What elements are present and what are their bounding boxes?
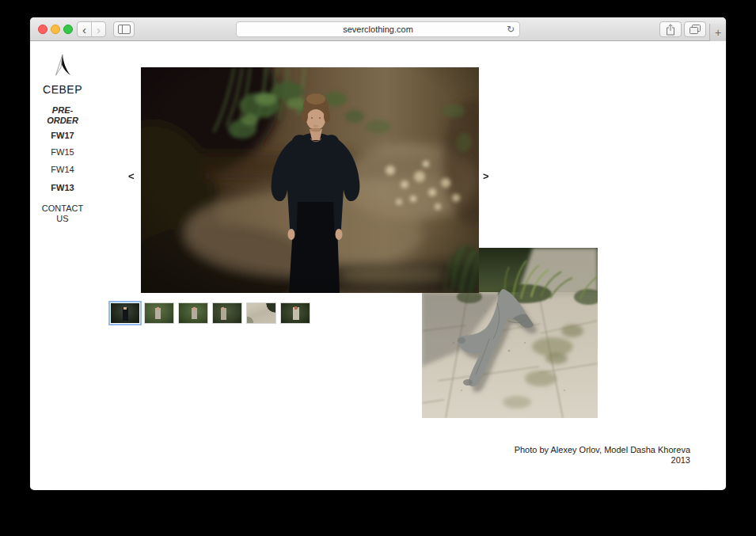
- gallery-prev-button[interactable]: <: [128, 170, 135, 182]
- page-content: СЕВЕР PRE-ORDER FW17 FW15 FW14 FW13 CONT…: [30, 41, 726, 489]
- brand-name[interactable]: СЕВЕР: [40, 83, 85, 96]
- reload-button[interactable]: ↻: [507, 24, 515, 35]
- show-all-tabs-button[interactable]: [684, 21, 706, 37]
- thumbnail-4[interactable]: [212, 302, 242, 324]
- nav-item-preorder[interactable]: PRE-ORDER: [40, 105, 85, 126]
- desktop-background: ‹ › severclothing.com ↻: [0, 0, 756, 536]
- nav-item-fw15[interactable]: FW15: [40, 147, 85, 158]
- thumbnail-2[interactable]: [144, 302, 174, 324]
- gallery-next-button[interactable]: >: [483, 170, 489, 182]
- browser-window: ‹ › severclothing.com ↻: [30, 17, 726, 490]
- url-text: severclothing.com: [343, 25, 413, 34]
- share-icon: [666, 24, 675, 36]
- photo-credit: Photo by Alexey Orlov, Model Dasha Khore…: [515, 445, 690, 455]
- minimize-window-button[interactable]: [51, 25, 60, 34]
- sidebar-toggle-button[interactable]: [113, 21, 135, 37]
- photo-year: 2013: [515, 455, 690, 466]
- address-bar[interactable]: severclothing.com ↻: [236, 21, 520, 37]
- history-nav-group: ‹ ›: [77, 21, 106, 37]
- thumbnail-1[interactable]: [110, 302, 140, 324]
- browser-toolbar: ‹ › severclothing.com ↻: [30, 17, 726, 41]
- close-window-button[interactable]: [38, 25, 47, 34]
- photo-caption: Photo by Alexey Orlov, Model Dasha Khore…: [515, 445, 690, 466]
- tabs-icon: [690, 25, 701, 34]
- thumbnail-3[interactable]: [178, 302, 208, 324]
- nav-item-fw13[interactable]: FW13: [40, 183, 85, 193]
- gallery-main-photo: [141, 67, 479, 293]
- thumbnail-6[interactable]: [280, 302, 310, 324]
- nav-item-fw14[interactable]: FW14: [40, 165, 85, 175]
- site-nav: PRE-ORDER FW17 FW15 FW14 FW13 CONTACT US: [40, 105, 85, 224]
- nav-item-fw17[interactable]: FW17: [40, 131, 85, 141]
- sidebar-icon: [118, 25, 131, 34]
- sever-logo-icon[interactable]: [54, 54, 71, 76]
- new-tab-button[interactable]: +: [709, 24, 726, 41]
- window-controls: [38, 25, 73, 34]
- share-button[interactable]: [659, 21, 682, 37]
- forward-button[interactable]: ›: [92, 22, 105, 36]
- site-sidebar: СЕВЕР PRE-ORDER FW17 FW15 FW14 FW13 CONT…: [40, 54, 85, 230]
- zoom-window-button[interactable]: [63, 25, 73, 34]
- thumbnail-5[interactable]: [246, 302, 276, 324]
- nav-item-contact-us[interactable]: CONTACT US: [40, 203, 85, 224]
- back-button[interactable]: ‹: [78, 22, 92, 36]
- thumbnail-strip: [110, 302, 310, 324]
